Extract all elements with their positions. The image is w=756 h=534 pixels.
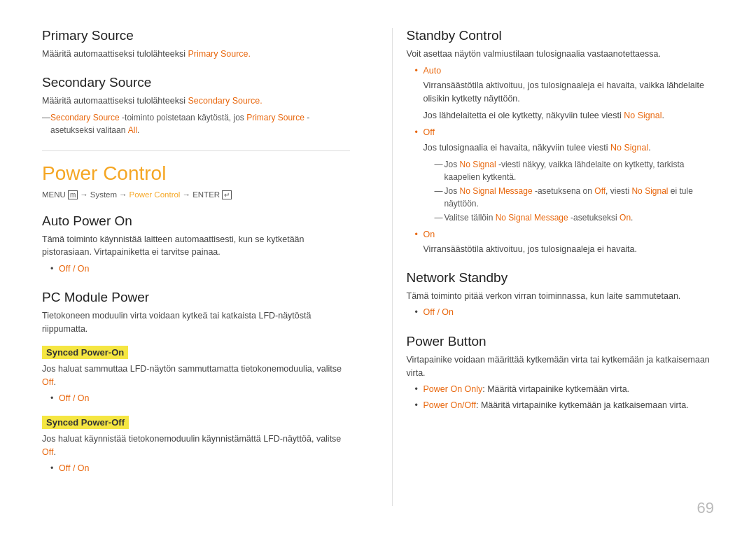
divider — [42, 150, 350, 151]
left-column: Primary Source Määritä automaattiseksi t… — [42, 28, 364, 506]
synced-power-on-block: Synced Power-On Jos haluat sammuttaa LFD… — [42, 342, 350, 406]
right-column: Standby Control Voit asettaa näytön valm… — [392, 28, 715, 506]
power-button-section: Power Button Virtapainike voidaan määrit… — [407, 334, 715, 412]
standby-off-sub1: Jos No Signal -viesti näkyy, vaikka lähd… — [435, 158, 715, 183]
primary-source-body: Määritä automaattiseksi tulolähteeksi Pr… — [42, 48, 350, 61]
pc-module-power-title: PC Module Power — [42, 290, 350, 305]
standby-on-body: Virransäästötila aktivoituu, jos tulosig… — [415, 243, 715, 256]
auto-power-on-list: Off / On — [42, 262, 350, 276]
secondary-source-body: Määritä automaattiseksi tulolähteeksi Se… — [42, 94, 350, 108]
standby-auto-item: Auto Virransäästötila aktivoituu, jos tu… — [415, 64, 715, 122]
standby-off-sublist: Jos No Signal -viesti näkyy, vaikka lähd… — [424, 158, 715, 224]
pc-module-power-body: Tietokoneen moduulin virta voidaan kytke… — [42, 309, 350, 336]
synced-power-on-item: Off / On — [50, 392, 350, 405]
synced-power-off-list: Off / On — [42, 462, 350, 475]
standby-on-item: On Virransäästötila aktivoituu, jos tulo… — [415, 228, 715, 256]
menu-path: MENU m → System → Power Control → ENTER … — [42, 190, 350, 199]
standby-control-section: Standby Control Voit asettaa näytön valm… — [407, 28, 715, 256]
synced-power-off-block: Synced Power-Off Jos haluat käynnistää t… — [42, 412, 350, 476]
power-on-only-item: Power On Only: Määritä virtapainike kytk… — [415, 383, 715, 396]
power-button-title: Power Button — [407, 334, 715, 349]
secondary-source-section: Secondary Source Määritä automaattiseksi… — [42, 75, 350, 136]
network-standby-title: Network Standby — [407, 270, 715, 286]
network-standby-section: Network Standby Tämä toiminto pitää verk… — [407, 270, 715, 320]
synced-power-off-label: Synced Power-Off — [42, 416, 129, 429]
secondary-source-note: Secondary Source -toiminto poistetaan kä… — [42, 111, 350, 136]
synced-power-off-body: Jos haluat käynnistää tietokonemoduulin … — [42, 433, 350, 459]
power-control-heading: Power Control MENU m → System → Power Co… — [42, 162, 350, 199]
primary-source-section: Primary Source Määritä automaattiseksi t… — [42, 28, 350, 61]
synced-power-off-item: Off / On — [50, 462, 350, 475]
page-content: Primary Source Määritä automaattiseksi t… — [0, 0, 756, 534]
power-control-title: Power Control — [42, 162, 350, 185]
power-button-body: Virtapainike voidaan määrittää kytkemään… — [407, 353, 715, 380]
auto-power-on-item: Off / On — [50, 262, 350, 276]
network-standby-body: Tämä toiminto pitää verkon virran toimin… — [407, 290, 715, 303]
network-standby-list: Off / On — [407, 306, 715, 319]
power-button-list: Power On Only: Määritä virtapainike kytk… — [407, 383, 715, 412]
standby-auto-note: Jos lähdelaitetta ei ole kytketty, näkyv… — [415, 109, 715, 122]
pc-module-power-section: PC Module Power Tietokoneen moduulin vir… — [42, 290, 350, 475]
standby-control-list: Auto Virransäästötila aktivoituu, jos tu… — [407, 64, 715, 256]
auto-power-on-section: Auto Power On Tämä toiminto käynnistää l… — [42, 213, 350, 276]
power-on-off-item: Power On/Off: Määritä virtapainike kytke… — [415, 399, 715, 412]
auto-power-on-title: Auto Power On — [42, 213, 350, 229]
page-number: 69 — [697, 499, 714, 517]
standby-off-sub2: Jos No Signal Message -asetuksena on Off… — [435, 185, 715, 210]
synced-power-on-label: Synced Power-On — [42, 346, 128, 359]
standby-control-body: Voit asettaa näytön valmiustilaan tulosi… — [407, 48, 715, 61]
auto-power-on-body: Tämä toiminto käynnistää laitteen automa… — [42, 233, 350, 260]
standby-auto-body: Virransäästötila aktivoituu, jos tulosig… — [415, 79, 715, 106]
network-standby-item: Off / On — [415, 306, 715, 319]
synced-power-on-body: Jos haluat sammuttaa LFD-näytön sammutta… — [42, 363, 350, 389]
standby-control-title: Standby Control — [407, 28, 715, 43]
standby-off-body: Jos tulosignaalia ei havaita, näkyviin t… — [415, 141, 715, 155]
synced-power-on-list: Off / On — [42, 392, 350, 405]
standby-off-item: Off Jos tulosignaalia ei havaita, näkyvi… — [415, 126, 715, 223]
secondary-source-title: Secondary Source — [42, 75, 350, 90]
standby-off-sub3: Valitse tällöin No Signal Message -asetu… — [435, 211, 715, 224]
primary-source-title: Primary Source — [42, 28, 350, 43]
